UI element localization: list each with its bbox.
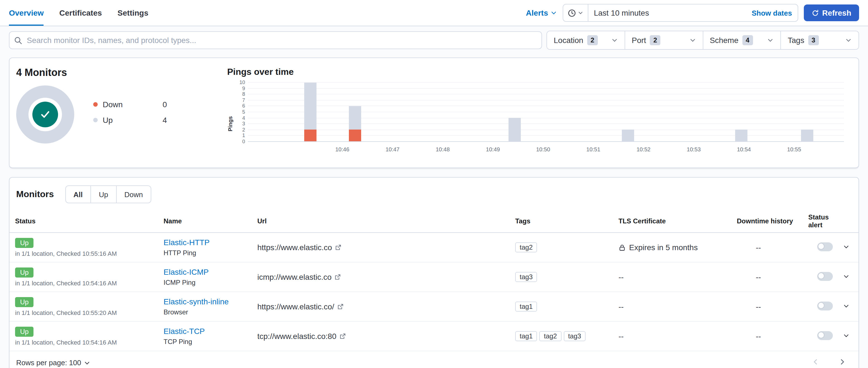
monitor-url: icmp://www.elastic.co [257, 273, 506, 281]
monitor-name-link[interactable]: Elastic-TCP [163, 327, 205, 336]
name-cell: Elastic-TCPTCP Ping [159, 321, 253, 351]
gridline [248, 100, 844, 100]
column-header-status: Status [9, 210, 159, 233]
x-tick-label: 10:51 [586, 146, 600, 152]
expand-row-button[interactable] [842, 301, 851, 312]
rows-per-page-select[interactable]: Rows per page: 100 [16, 359, 91, 367]
time-range-value[interactable]: Last 10 minutes [588, 8, 655, 17]
search-input[interactable] [26, 35, 537, 45]
tag-badge[interactable]: tag3 [515, 272, 537, 282]
chevron-down-icon [843, 243, 849, 250]
gridline [248, 106, 844, 106]
chevron-down-icon [843, 332, 849, 339]
previous-page-button[interactable] [808, 358, 823, 368]
monitors-filter-down[interactable]: Down [116, 186, 151, 203]
chevron-down-icon [84, 359, 91, 366]
downtime-history-cell: -- [732, 233, 804, 262]
alerts-dropdown[interactable]: Alerts [526, 8, 557, 17]
monitors-panel: Monitors AllUpDown StatusNameUrlTagsTLS … [9, 177, 859, 368]
tags-cell: tag3 [511, 262, 614, 292]
show-dates-link[interactable]: Show dates [752, 9, 798, 17]
ping-bar [509, 83, 521, 141]
filter-scheme[interactable]: Scheme4 [703, 31, 781, 49]
monitors-filter-up[interactable]: Up [90, 186, 116, 203]
filter-port[interactable]: Port2 [625, 31, 703, 49]
legend-item-up: Up4 [93, 116, 167, 125]
x-tick-label: 10:52 [637, 146, 651, 152]
up-pings-segment [509, 118, 521, 141]
up-pings-segment [622, 129, 634, 141]
expand-cell [837, 292, 859, 321]
up-pings-segment [736, 129, 748, 141]
filter-label: Location [554, 36, 583, 45]
chevron-down-icon [843, 273, 849, 279]
monitor-url-link[interactable]: https://www.elastic.co [257, 243, 332, 252]
expand-row-button[interactable] [842, 331, 851, 341]
tag-badge[interactable]: tag1 [515, 331, 537, 341]
tab-settings[interactable]: Settings [118, 0, 148, 26]
chevron-down-icon [611, 37, 618, 43]
up-pings-segment [801, 129, 813, 141]
table-row: Upin 1/1 location, Checked 10:54:16 AMEl… [9, 262, 859, 292]
status-alert-toggle[interactable] [817, 301, 833, 310]
filter-count-badge: 2 [587, 35, 597, 45]
monitors-filter-all[interactable]: All [66, 186, 90, 203]
x-tick-label: 10:55 [787, 146, 801, 152]
status-alert-cell [804, 292, 837, 321]
gridline [248, 82, 844, 83]
monitor-name-link[interactable]: Elastic-HTTP [163, 238, 210, 247]
x-axis-ticks: 10:4610:4710:4810:4910:5010:5110:5210:53… [248, 146, 838, 155]
legend-label: Up [103, 116, 113, 125]
next-page-button[interactable] [835, 358, 849, 368]
pings-chart-section: Pings over time Pings 012345678910 10:46… [219, 58, 859, 167]
status-detail: in 1/1 location, Checked 10:55:20 AM [15, 309, 155, 316]
tags-cell: tag1tag2tag3 [511, 321, 614, 351]
status-alert-toggle[interactable] [817, 272, 833, 281]
status-badge: Up [15, 297, 34, 307]
chart-title: Pings over time [227, 67, 849, 77]
url-cell-wrap: tcp://www.elastic.co:80 [253, 321, 511, 351]
tab-certificates[interactable]: Certificates [59, 0, 102, 26]
time-quick-select-button[interactable] [563, 4, 588, 21]
expand-row-button[interactable] [842, 272, 851, 282]
tab-overview[interactable]: Overview [9, 0, 44, 26]
status-cell: Upin 1/1 location, Checked 10:54:16 AM [9, 262, 159, 292]
chevron-left-icon [812, 358, 819, 366]
table-row: Upin 1/1 location, Checked 10:55:20 AMEl… [9, 292, 859, 321]
monitors-summary: 4 Monitors Down0Up4 [9, 58, 219, 167]
tags-cell: tag2 [511, 233, 614, 262]
status-alert-toggle[interactable] [817, 242, 833, 251]
uptime-overview-page: OverviewCertificatesSettings Alerts Last [0, 0, 868, 368]
external-link-icon [337, 303, 344, 310]
filter-tags[interactable]: Tags3 [781, 31, 859, 49]
legend-item-down: Down0 [93, 100, 167, 109]
search-box [9, 31, 542, 49]
tag-badge[interactable]: tag2 [539, 331, 562, 341]
tag-badge[interactable]: tag3 [563, 331, 586, 341]
monitor-name-link[interactable]: Elastic-ICMP [163, 268, 209, 276]
expand-cell [837, 233, 859, 262]
status-alert-toggle[interactable] [817, 331, 833, 340]
tag-badge[interactable]: tag2 [515, 242, 537, 252]
pings-bar-chart: 012345678910 [248, 83, 844, 142]
filter-row: Location2Port2Scheme4Tags3 [0, 26, 868, 54]
chevron-down-icon [767, 37, 774, 43]
tag-badge[interactable]: tag1 [515, 302, 537, 312]
filter-label: Port [632, 36, 646, 45]
filter-location[interactable]: Location2 [547, 31, 625, 49]
status-filter-group: AllUpDown [65, 185, 151, 203]
refresh-button[interactable]: Refresh [804, 4, 859, 21]
gridline [248, 129, 844, 130]
tls-cell-wrap: -- [614, 262, 732, 292]
chevron-right-icon [838, 358, 846, 366]
monitor-url-link[interactable]: tcp://www.elastic.co:80 [257, 332, 336, 341]
column-header-expand [837, 210, 859, 233]
monitor-url-link[interactable]: https://www.elastic.co/ [257, 302, 334, 311]
monitor-name-link[interactable]: Elastic-synth-inline [163, 297, 228, 306]
y-tick-label: 2 [242, 128, 245, 133]
status-cell: Upin 1/1 location, Checked 10:55:20 AM [9, 292, 159, 321]
health-donut-chart [16, 86, 74, 144]
expand-row-button[interactable] [842, 242, 851, 253]
name-cell: Elastic-ICMPICMP Ping [159, 262, 253, 292]
monitor-url-link[interactable]: icmp://www.elastic.co [257, 273, 332, 281]
